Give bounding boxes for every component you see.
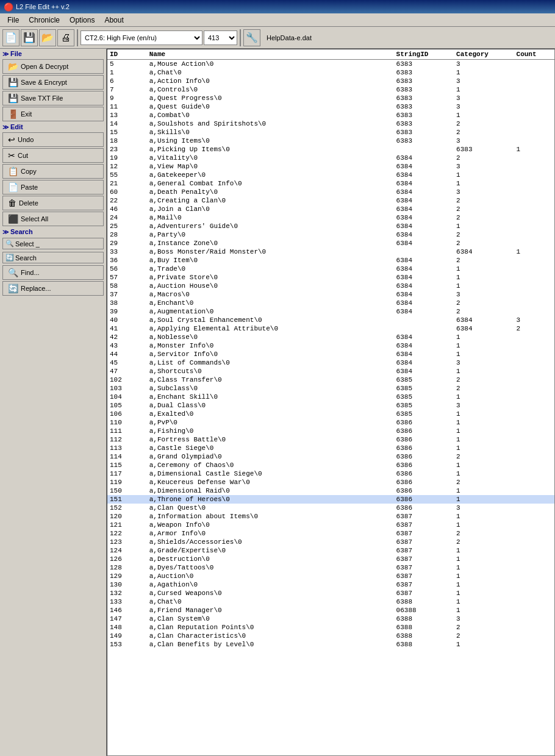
save-button[interactable]: 💾 [21, 29, 38, 46]
table-row[interactable]: 44a,Servitor Info\063841 [107, 350, 554, 358]
table-row[interactable]: 33a,Boss Monster/Raid Monster\063841 [107, 248, 554, 256]
table-row[interactable]: 22a,Creating a Clan\063842 [107, 196, 554, 205]
table-row[interactable]: 132a,Cursed Weapons\063871 [107, 589, 554, 597]
tool-button[interactable]: 🔧 [243, 29, 260, 46]
open-button[interactable]: 📂 [39, 29, 56, 46]
select-all-button[interactable]: ⬛ Select All [2, 212, 104, 226]
table-row[interactable]: 40a,Soul Crystal Enhancement\063843 [107, 316, 554, 324]
table-row[interactable]: 9a,Quest Progress\063833 [107, 94, 554, 102]
table-row[interactable]: 13a,Combat\063831 [107, 111, 554, 119]
table-row[interactable]: 6a,Action Info\063833 [107, 77, 554, 85]
table-row[interactable]: 130a,Agathion\063871 [107, 580, 554, 589]
table-row[interactable]: 113a,Castle Siege\063861 [107, 444, 554, 452]
print-button[interactable]: 🖨 [57, 29, 74, 46]
table-row[interactable]: 115a,Ceremony of Chaos\063861 [107, 461, 554, 469]
table-row[interactable]: 122a,Armor Info\063872 [107, 529, 554, 538]
table-row[interactable]: 117a,Dimensional Castle Siege\063861 [107, 469, 554, 478]
table-row[interactable]: 55a,Gatekeeper\063841 [107, 171, 554, 179]
table-row[interactable]: 112a,Fortress Battle\063861 [107, 435, 554, 444]
undo-button[interactable]: ↩ Undo [2, 132, 104, 147]
table-row[interactable]: 5a,Mouse Action\063833 [107, 60, 554, 69]
table-row[interactable]: 43a,Monster Info\063841 [107, 341, 554, 350]
cell-category: 3 [454, 358, 514, 367]
table-row[interactable]: 133a,Chat\063881 [107, 597, 554, 606]
table-row[interactable]: 150a,Dimensional Raid\063861 [107, 487, 554, 495]
table-row[interactable]: 152a,Clan Quest\063863 [107, 504, 554, 512]
table-row[interactable]: 41a,Applying Elemental Attribute\063842 [107, 324, 554, 333]
menu-chronicle[interactable]: Chronicle [24, 15, 65, 26]
table-row[interactable]: 15a,Skills\063832 [107, 128, 554, 137]
exit-button[interactable]: 🚪 Exit [2, 107, 104, 121]
table-row[interactable]: 28a,Party\063842 [107, 230, 554, 239]
table-row[interactable]: 56a,Trade\063841 [107, 265, 554, 273]
table-row[interactable]: 24a,Mail\063842 [107, 213, 554, 222]
table-row[interactable]: 14a,Soulshots and Spiritshots\063832 [107, 119, 554, 128]
new-button[interactable]: 📄 [2, 29, 20, 46]
table-row[interactable]: 23a,Picking Up Items\063831 [107, 145, 554, 154]
table-row[interactable]: 38a,Enchant\063842 [107, 299, 554, 307]
table-row[interactable]: 25a,Adventurers' Guide\063841 [107, 222, 554, 230]
table-row[interactable]: 123a,Shields/Accessories\063872 [107, 538, 554, 546]
save-txt-button[interactable]: 💾 Save TXT File [2, 91, 104, 105]
table-row[interactable]: 21a,General Combat Info\063841 [107, 179, 554, 188]
table-row[interactable]: 148a,Clan Reputation Points\063882 [107, 623, 554, 632]
content-area[interactable]: ID Name StringID Category Count 5a,Mouse… [107, 49, 555, 756]
paste-button[interactable]: 📄 Paste [2, 180, 104, 194]
table-row[interactable]: 18a,Using Items\063833 [107, 137, 554, 145]
table-row[interactable]: 151a,Throne of Heroes\063861 [107, 495, 554, 504]
save-encrypt-button[interactable]: 💾 Save & Encrypt [2, 75, 104, 90]
delete-button[interactable]: 🗑 Delete [2, 196, 104, 210]
table-row[interactable]: 104a,Enchant Skill\063851 [107, 393, 554, 401]
table-row[interactable]: 7a,Controls\063831 [107, 85, 554, 94]
table-row[interactable]: 106a,Exalted\063851 [107, 410, 554, 418]
table-row[interactable]: 37a,Macros\063843 [107, 290, 554, 299]
open-decrypt-button[interactable]: 📂 Open & Decrypt [2, 59, 104, 74]
table-row[interactable]: 11a,Quest Guide\063833 [107, 102, 554, 111]
table-row[interactable]: 12a,View Map\063843 [107, 162, 554, 171]
table-row[interactable]: 103a,Subclass\063852 [107, 384, 554, 393]
table-row[interactable]: 105a,Dual Class\063853 [107, 401, 554, 410]
select-underscore-box[interactable]: 🔍 Select _ [2, 238, 104, 249]
table-row[interactable]: 1a,Chat\063831 [107, 68, 554, 77]
table-row[interactable]: 29a,Instance Zone\063842 [107, 239, 554, 248]
table-row[interactable]: 111a,Fishing\063861 [107, 427, 554, 435]
table-row[interactable]: 153a,Clan Benefits by Level\063881 [107, 640, 554, 649]
table-row[interactable]: 19a,Vitality\063842 [107, 154, 554, 162]
table-row[interactable]: 124a,Grade/Expertise\063871 [107, 546, 554, 555]
menu-options[interactable]: Options [65, 15, 99, 26]
table-row[interactable]: 46a,Join a Clan\063842 [107, 205, 554, 213]
table-row[interactable]: 121a,Weapon Info\063871 [107, 521, 554, 529]
menu-about[interactable]: About [99, 15, 128, 26]
cell-name: a,Armor Info\0 [147, 529, 394, 538]
table-row[interactable]: 147a,Clan System\063883 [107, 615, 554, 623]
table-row[interactable]: 58a,Auction House\063841 [107, 282, 554, 290]
table-row[interactable]: 149a,Clan Characteristics\063882 [107, 632, 554, 640]
replace-button[interactable]: 🔄 Replace... [2, 281, 104, 296]
cell-id: 126 [107, 555, 147, 563]
table-row[interactable]: 102a,Class Transfer\063852 [107, 376, 554, 384]
table-row[interactable]: 128a,Dyes/Tattoos\063871 [107, 563, 554, 572]
table-row[interactable]: 36a,Buy Item\063842 [107, 256, 554, 265]
number-select[interactable]: 413 [204, 30, 237, 45]
menu-file[interactable]: File [2, 15, 24, 26]
cut-button[interactable]: ✂ Cut [2, 148, 104, 163]
table-row[interactable]: 39a,Augmentation\063842 [107, 307, 554, 316]
table-row[interactable]: 47a,Shortcuts\063841 [107, 367, 554, 376]
table-row[interactable]: 110a,PvP\063861 [107, 418, 554, 427]
cell-name: a,Castle Siege\0 [147, 444, 394, 452]
table-row[interactable]: 114a,Grand Olympiad\063862 [107, 452, 554, 461]
table-row[interactable]: 60a,Death Penalty\063843 [107, 188, 554, 196]
table-row[interactable]: 120a,Information about Items\063871 [107, 512, 554, 521]
table-row[interactable]: 146a,Friend Manager\0063881 [107, 606, 554, 615]
table-row[interactable]: 126a,Destruction\063871 [107, 555, 554, 563]
copy-button[interactable]: 📋 Copy [2, 164, 104, 179]
cell-name: a,Clan Reputation Points\0 [147, 623, 394, 632]
table-row[interactable]: 57a,Private Store\063841 [107, 273, 554, 282]
table-row[interactable]: 119a,Keucereus Defense War\063862 [107, 478, 554, 487]
search-box[interactable]: 🔄 Search [2, 252, 104, 263]
find-button[interactable]: 🔍 Find... [2, 265, 104, 280]
table-row[interactable]: 42a,Noblesse\063841 [107, 333, 554, 341]
table-row[interactable]: 45a,List of Commands\063843 [107, 358, 554, 367]
chronicle-select[interactable]: CT2.6: High Five (en/ru) [81, 30, 202, 45]
table-row[interactable]: 129a,Auction\063871 [107, 572, 554, 580]
